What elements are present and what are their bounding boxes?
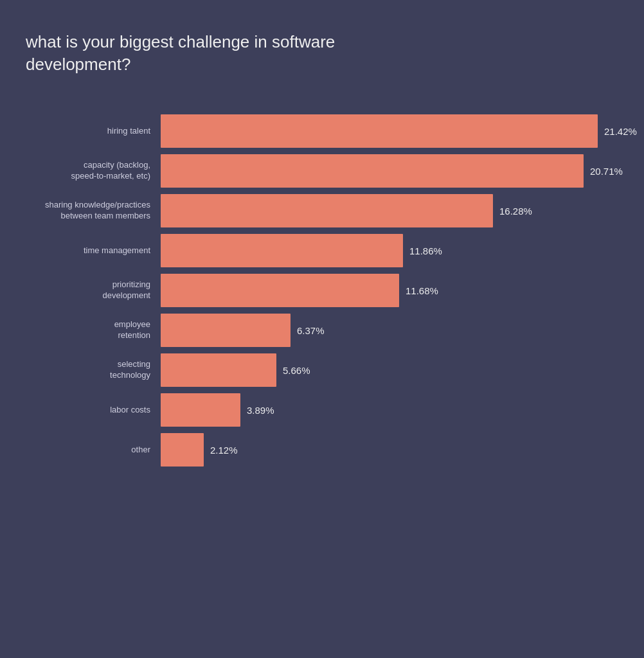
bar-track: 3.89% xyxy=(161,393,618,427)
bar-row: labor costs3.89% xyxy=(26,393,618,427)
bar-track: 16.28% xyxy=(161,194,618,227)
bar-track: 6.37% xyxy=(161,314,618,347)
bar-label: other xyxy=(26,445,161,456)
bar-track: 2.12% xyxy=(161,433,618,467)
bar-track: 11.68% xyxy=(161,274,618,307)
bar-label: selecting technology xyxy=(26,359,161,381)
bar-track: 5.66% xyxy=(161,353,618,387)
bar-track: 21.42% xyxy=(161,114,637,148)
bar-value: 3.89% xyxy=(247,405,274,416)
bar-value: 20.71% xyxy=(590,166,623,177)
bar-label: employee retention xyxy=(26,319,161,341)
bar-value: 11.68% xyxy=(406,285,438,296)
bar-track: 11.86% xyxy=(161,234,618,267)
chart-container: what is your biggest challenge in softwa… xyxy=(0,0,644,658)
bar-fill xyxy=(161,274,399,307)
chart-title: what is your biggest challenge in softwa… xyxy=(26,31,386,76)
bar-value: 16.28% xyxy=(499,206,532,217)
bar-fill xyxy=(161,393,240,427)
bar-fill xyxy=(161,194,493,227)
bar-row: other2.12% xyxy=(26,433,618,467)
bar-fill xyxy=(161,114,598,148)
bar-row: time management11.86% xyxy=(26,234,618,267)
bar-fill xyxy=(161,353,276,387)
bar-value: 2.12% xyxy=(210,445,238,456)
bar-value: 21.42% xyxy=(604,126,637,137)
bar-row: selecting technology5.66% xyxy=(26,353,618,387)
bar-fill xyxy=(161,433,204,467)
bar-label: hiring talent xyxy=(26,126,161,137)
bar-track: 20.71% xyxy=(161,154,623,188)
bars-area: hiring talent21.42%capacity (backlog, sp… xyxy=(26,114,618,632)
bar-value: 5.66% xyxy=(283,365,310,376)
bar-label: sharing knowledge/practices between team… xyxy=(26,200,161,222)
bar-row: capacity (backlog, speed-to-market, etc)… xyxy=(26,154,618,188)
bar-row: sharing knowledge/practices between team… xyxy=(26,194,618,227)
bar-fill xyxy=(161,154,584,188)
bar-row: employee retention6.37% xyxy=(26,314,618,347)
bar-row: hiring talent21.42% xyxy=(26,114,618,148)
bar-label: prioritizing development xyxy=(26,280,161,301)
bar-label: labor costs xyxy=(26,405,161,416)
bar-fill xyxy=(161,234,403,267)
bar-value: 6.37% xyxy=(297,325,325,336)
bar-fill xyxy=(161,314,291,347)
bar-label: capacity (backlog, speed-to-market, etc) xyxy=(26,160,161,182)
bar-label: time management xyxy=(26,245,161,256)
bar-row: prioritizing development11.68% xyxy=(26,274,618,307)
bar-value: 11.86% xyxy=(409,245,442,256)
